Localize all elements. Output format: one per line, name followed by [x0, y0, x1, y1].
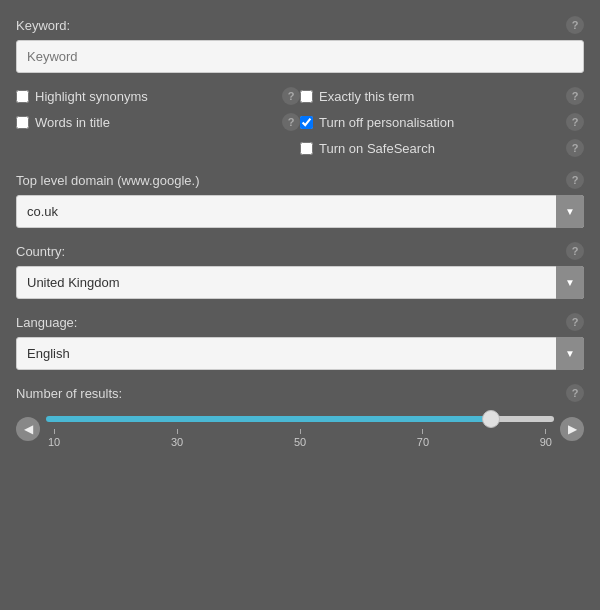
slider-ticks: 10 30 50 70 90	[46, 429, 554, 448]
turn-on-safesearch-label: Turn on SafeSearch	[319, 141, 435, 156]
country-select-wrapper: United Kingdom United States Australia C…	[16, 266, 584, 299]
tick-line-70	[422, 429, 423, 434]
turn-off-personalisation-checkbox[interactable]	[300, 116, 313, 129]
exactly-this-term-label: Exactly this term	[319, 89, 414, 104]
tick-line-50	[300, 429, 301, 434]
words-in-title-checkbox[interactable]	[16, 116, 29, 129]
exactly-this-term-checkbox[interactable]	[300, 90, 313, 103]
words-in-title-label: Words in title	[35, 115, 110, 130]
checkboxes-left: Highlight synonyms ? Words in title ?	[16, 87, 300, 157]
highlight-synonyms-checkbox[interactable]	[16, 90, 29, 103]
country-select[interactable]: United Kingdom United States Australia C…	[16, 266, 584, 299]
tick-line-90	[545, 429, 546, 434]
country-label-row: Country: ?	[16, 242, 584, 260]
tick-label-70: 70	[417, 436, 429, 448]
tick-label-30: 30	[171, 436, 183, 448]
keyword-label-row: Keyword: ?	[16, 16, 584, 34]
top-level-domain-select-wrapper: co.uk com com.au ca de fr ▼	[16, 195, 584, 228]
tick-line-30	[177, 429, 178, 434]
slider-tick-70: 70	[417, 429, 429, 448]
number-of-results-help-icon[interactable]: ?	[566, 384, 584, 402]
turn-on-safesearch-checkbox[interactable]	[300, 142, 313, 155]
turn-off-personalisation-label: Turn off personalisation	[319, 115, 454, 130]
language-select-wrapper: English French German Spanish Italian ▼	[16, 337, 584, 370]
turn-on-safesearch-help-icon[interactable]: ?	[566, 139, 584, 157]
number-of-results-label-row: Number of results: ?	[16, 384, 584, 402]
checkbox-turn-off-personalisation-row: Turn off personalisation ?	[300, 113, 584, 131]
top-level-domain-label: Top level domain (www.google.)	[16, 173, 200, 188]
tick-label-90: 90	[540, 436, 552, 448]
checkboxes-section: Highlight synonyms ? Words in title ? Ex…	[16, 87, 584, 157]
keyword-help-icon[interactable]: ?	[566, 16, 584, 34]
top-level-domain-help-icon[interactable]: ?	[566, 171, 584, 189]
checkbox-turn-on-safesearch-row: Turn on SafeSearch ?	[300, 139, 584, 157]
number-of-results-label: Number of results:	[16, 386, 122, 401]
checkbox-words-in-title-row: Words in title ?	[16, 113, 300, 131]
tick-label-10: 10	[48, 436, 60, 448]
checkbox-exactly-this-term-row: Exactly this term ?	[300, 87, 584, 105]
turn-off-personalisation-help-icon[interactable]: ?	[566, 113, 584, 131]
language-label-row: Language: ?	[16, 313, 584, 331]
checkbox-exactly-this-term-left: Exactly this term	[300, 89, 414, 104]
slider-container: ◀ 10 30 50 70	[16, 410, 584, 448]
checkbox-turn-off-personalisation-left: Turn off personalisation	[300, 115, 454, 130]
slider-tick-90: 90	[540, 429, 552, 448]
language-select[interactable]: English French German Spanish Italian	[16, 337, 584, 370]
highlight-synonyms-label: Highlight synonyms	[35, 89, 148, 104]
results-slider[interactable]	[46, 416, 554, 422]
top-level-domain-select[interactable]: co.uk com com.au ca de fr	[16, 195, 584, 228]
highlight-synonyms-help-icon[interactable]: ?	[282, 87, 300, 105]
slider-right-button[interactable]: ▶	[560, 417, 584, 441]
language-label: Language:	[16, 315, 77, 330]
keyword-input[interactable]	[16, 40, 584, 73]
language-section: Language: ? English French German Spanis…	[16, 313, 584, 370]
exactly-this-term-help-icon[interactable]: ?	[566, 87, 584, 105]
words-in-title-help-icon[interactable]: ?	[282, 113, 300, 131]
country-help-icon[interactable]: ?	[566, 242, 584, 260]
checkbox-highlight-synonyms-row: Highlight synonyms ?	[16, 87, 300, 105]
slider-tick-10: 10	[48, 429, 60, 448]
country-section: Country: ? United Kingdom United States …	[16, 242, 584, 299]
tick-label-50: 50	[294, 436, 306, 448]
checkbox-highlight-synonyms-left: Highlight synonyms	[16, 89, 148, 104]
language-help-icon[interactable]: ?	[566, 313, 584, 331]
slider-tick-50: 50	[294, 429, 306, 448]
top-level-domain-section: Top level domain (www.google.) ? co.uk c…	[16, 171, 584, 228]
checkbox-words-in-title-left: Words in title	[16, 115, 110, 130]
slider-tick-30: 30	[171, 429, 183, 448]
checkboxes-right: Exactly this term ? Turn off personalisa…	[300, 87, 584, 157]
keyword-section: Keyword: ?	[16, 16, 584, 73]
top-level-domain-label-row: Top level domain (www.google.) ?	[16, 171, 584, 189]
slider-left-button[interactable]: ◀	[16, 417, 40, 441]
checkbox-turn-on-safesearch-left: Turn on SafeSearch	[300, 141, 435, 156]
tick-line-10	[54, 429, 55, 434]
country-label: Country:	[16, 244, 65, 259]
keyword-label: Keyword:	[16, 18, 70, 33]
slider-wrapper: 10 30 50 70 90	[46, 410, 554, 448]
number-of-results-section: Number of results: ? ◀ 10 30 50	[16, 384, 584, 448]
